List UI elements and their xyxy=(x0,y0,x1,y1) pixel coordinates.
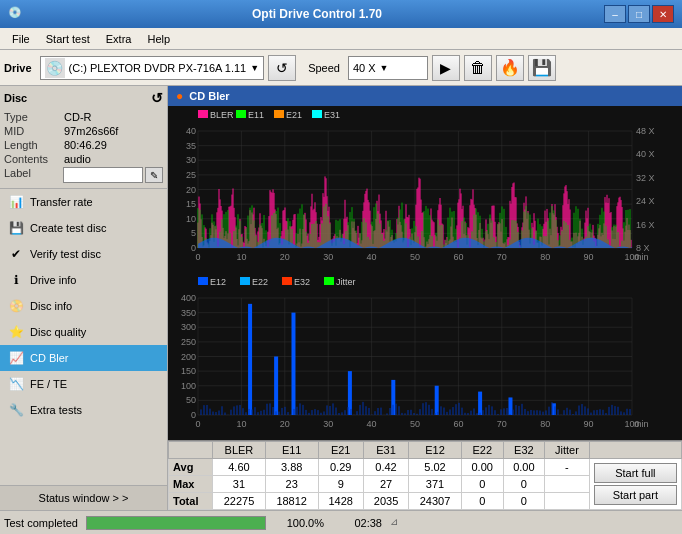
sidebar-item-drive-info[interactable]: ℹ Drive info xyxy=(0,267,167,293)
disc-mid-row: MID 97m26s66f xyxy=(4,124,163,138)
stats-total-e12: 24307 xyxy=(409,493,462,510)
menu-extra[interactable]: Extra xyxy=(98,31,140,47)
toolbar: Drive 💿 (C:) PLEXTOR DVDR PX-716A 1.11 ▼… xyxy=(0,50,682,86)
stats-avg-e32: 0.00 xyxy=(503,459,545,476)
stats-col-e31: E31 xyxy=(363,442,408,459)
fe-te-icon: 📉 xyxy=(8,376,24,392)
burn-button[interactable]: 🔥 xyxy=(496,55,524,81)
maximize-button[interactable]: □ xyxy=(628,5,650,23)
stats-col-e11: E11 xyxy=(265,442,318,459)
stats-total-label: Total xyxy=(169,493,213,510)
sidebar-item-disc-quality[interactable]: ⭐ Disc quality xyxy=(0,319,167,345)
disc-label-label: Label xyxy=(4,167,63,183)
speed-selector[interactable]: 40 X ▼ xyxy=(348,56,428,80)
stats-col-e12: E12 xyxy=(409,442,462,459)
stats-avg-e21: 0.29 xyxy=(318,459,363,476)
stats-col-jitter: Jitter xyxy=(545,442,590,459)
stats-avg-e12: 5.02 xyxy=(409,459,462,476)
main-area: Disc ↺ Type CD-R MID 97m26s66f Length 80… xyxy=(0,86,682,510)
stats-col-e21: E21 xyxy=(318,442,363,459)
disc-type-row: Type CD-R xyxy=(4,110,163,124)
disc-length-value: 80:46.29 xyxy=(64,139,107,151)
stats-max-e21: 9 xyxy=(318,476,363,493)
disc-mid-label: MID xyxy=(4,125,64,137)
app-icon: 💿 xyxy=(8,6,24,22)
sidebar-item-transfer-rate[interactable]: 📊 Transfer rate xyxy=(0,189,167,215)
app-title: Opti Drive Control 1.70 xyxy=(30,7,604,21)
disc-contents-value: audio xyxy=(64,153,91,165)
disc-length-row: Length 80:46.29 xyxy=(4,138,163,152)
title-bar: 💿 Opti Drive Control 1.70 – □ ✕ xyxy=(0,0,682,28)
apply-speed-button[interactable]: ▶ xyxy=(432,55,460,81)
sidebar-item-cd-bler[interactable]: 📈 CD Bler xyxy=(0,345,167,371)
start-part-button[interactable]: Start part xyxy=(594,485,677,505)
resize-handle[interactable]: ⊿ xyxy=(390,516,404,530)
sidebar-item-extra-tests[interactable]: 🔧 Extra tests xyxy=(0,397,167,423)
drive-value: (C:) PLEXTOR DVDR PX-716A 1.11 xyxy=(69,62,247,74)
sidebar-label-disc-quality: Disc quality xyxy=(30,326,86,338)
stats-total-e32: 0 xyxy=(503,493,545,510)
progress-bar-fill xyxy=(87,517,265,529)
stats-total-e11: 18812 xyxy=(265,493,318,510)
minimize-button[interactable]: – xyxy=(604,5,626,23)
refresh-button[interactable]: ↺ xyxy=(268,55,296,81)
disc-label-input[interactable] xyxy=(63,167,143,183)
stats-table: BLER E11 E21 E31 E12 E22 E32 Jitter Avg xyxy=(168,441,682,510)
bottom-chart xyxy=(168,273,682,440)
transfer-rate-icon: 📊 xyxy=(8,194,24,210)
status-window-button[interactable]: Status window > > xyxy=(0,485,167,510)
status-bar: Test completed 100.0% 02:38 ⊿ xyxy=(0,510,682,534)
stats-max-e31: 27 xyxy=(363,476,408,493)
menu-start-test[interactable]: Start test xyxy=(38,31,98,47)
disc-label-button[interactable]: ✎ xyxy=(145,167,163,183)
sidebar-label-fe-te: FE / TE xyxy=(30,378,67,390)
stats-buttons: Start full Start part xyxy=(592,461,679,507)
drive-selector[interactable]: 💿 (C:) PLEXTOR DVDR PX-716A 1.11 ▼ xyxy=(40,56,265,80)
status-window-label: Status window > > xyxy=(39,492,129,504)
disc-length-label: Length xyxy=(4,139,64,151)
window-controls: – □ ✕ xyxy=(604,5,674,23)
drive-info-icon: ℹ xyxy=(8,272,24,288)
disc-contents-row: Contents audio xyxy=(4,152,163,166)
stats-avg-bler: 4.60 xyxy=(213,459,266,476)
verify-test-disc-icon: ✔ xyxy=(8,246,24,262)
stats-col-actions xyxy=(589,442,681,459)
stats-buttons-cell: Start full Start part xyxy=(589,459,681,510)
stats-avg-label: Avg xyxy=(169,459,213,476)
close-button[interactable]: ✕ xyxy=(652,5,674,23)
save-button[interactable]: 💾 xyxy=(528,55,556,81)
chart-header: ● CD Bler xyxy=(168,86,682,106)
disc-refresh-icon[interactable]: ↺ xyxy=(151,90,163,106)
disc-panel: Disc ↺ Type CD-R MID 97m26s66f Length 80… xyxy=(0,86,167,189)
sidebar-label-extra-tests: Extra tests xyxy=(30,404,82,416)
menu-help[interactable]: Help xyxy=(139,31,178,47)
drive-icon: 💿 xyxy=(45,58,65,78)
disc-label-row: Label ✎ xyxy=(4,166,163,184)
chart-title: CD Bler xyxy=(189,90,229,102)
stats-avg-e22: 0.00 xyxy=(461,459,503,476)
sidebar-item-create-test-disc[interactable]: 💾 Create test disc xyxy=(0,215,167,241)
sidebar-item-disc-info[interactable]: 📀 Disc info xyxy=(0,293,167,319)
disc-header: Disc ↺ xyxy=(4,90,163,106)
sidebar-item-fe-te[interactable]: 📉 FE / TE xyxy=(0,371,167,397)
chart-header-icon: ● xyxy=(176,89,183,103)
stats-max-bler: 31 xyxy=(213,476,266,493)
stats-max-jitter xyxy=(545,476,590,493)
disc-type-value: CD-R xyxy=(64,111,92,123)
disc-info-icon: 📀 xyxy=(8,298,24,314)
stats-header-row: BLER E11 E21 E31 E12 E22 E32 Jitter xyxy=(169,442,682,459)
sidebar-label-create-test-disc: Create test disc xyxy=(30,222,106,234)
stats-col-label xyxy=(169,442,213,459)
cd-bler-icon: 📈 xyxy=(8,350,24,366)
sidebar-label-verify-test-disc: Verify test disc xyxy=(30,248,101,260)
erase-button[interactable]: 🗑 xyxy=(464,55,492,81)
menu-file[interactable]: File xyxy=(4,31,38,47)
stats-max-e32: 0 xyxy=(503,476,545,493)
speed-dropdown-arrow: ▼ xyxy=(380,63,389,73)
drive-label: Drive xyxy=(4,62,32,74)
stats-max-label: Max xyxy=(169,476,213,493)
stats-area: BLER E11 E21 E31 E12 E22 E32 Jitter Avg xyxy=(168,440,682,510)
drive-dropdown-arrow: ▼ xyxy=(250,63,259,73)
sidebar-item-verify-test-disc[interactable]: ✔ Verify test disc xyxy=(0,241,167,267)
start-full-button[interactable]: Start full xyxy=(594,463,677,483)
